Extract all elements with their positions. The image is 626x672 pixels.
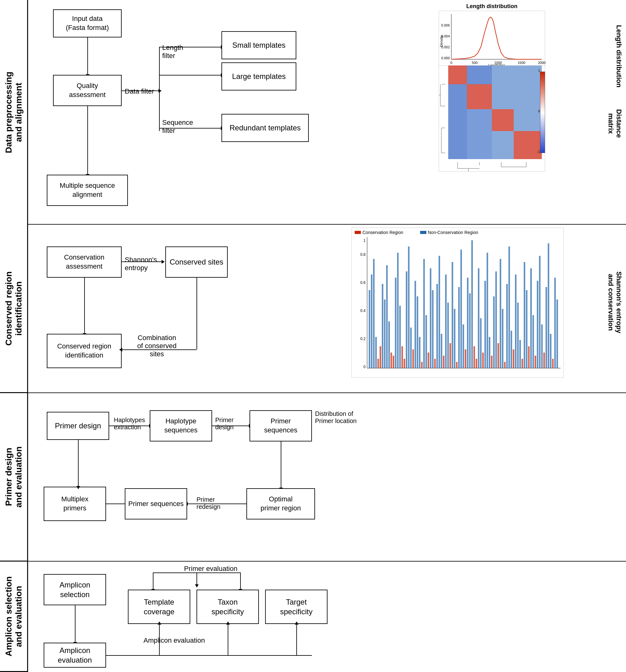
redundant-templates-box: Redundant templates <box>221 114 309 142</box>
svg-rect-113 <box>489 337 490 368</box>
svg-rect-91 <box>441 334 442 368</box>
svg-rect-22 <box>467 66 492 84</box>
svg-rect-121 <box>506 284 508 368</box>
svg-rect-109 <box>480 318 482 368</box>
entropy-side-label: Shannon's entropyand conservation <box>601 271 623 333</box>
svg-rect-83 <box>423 259 425 368</box>
entropy-chart-section: Conservation Region Non-Conservation Reg… <box>352 228 563 379</box>
svg-rect-134 <box>535 356 536 368</box>
svg-rect-69 <box>393 356 394 368</box>
section-labels: Data preprocessingand alignment Conserve… <box>0 0 28 672</box>
svg-rect-86 <box>430 268 431 368</box>
taxon-specificity-box: Taxonspecificity <box>196 590 259 624</box>
svg-rect-80 <box>417 296 418 368</box>
haplotypes-extraction-label: Haplotypesextraction <box>114 416 145 431</box>
svg-rect-71 <box>397 253 399 368</box>
arrow-qa-right <box>122 91 159 91</box>
svg-rect-110 <box>482 353 484 368</box>
svg-rect-94 <box>447 303 449 368</box>
svg-rect-120 <box>504 362 506 368</box>
svg-rect-116 <box>495 271 497 368</box>
svg-rect-65 <box>384 299 386 368</box>
svg-rect-59 <box>371 274 372 368</box>
conserved-sites-box: Conserved sites <box>165 246 228 278</box>
svg-rect-125 <box>515 274 516 368</box>
section-label-4: Amplicon selectionand evaluation <box>0 561 27 672</box>
primer-design-box: Primer design <box>47 412 109 440</box>
conservation-assessment-box: Conservationassessment <box>47 246 122 278</box>
arrow-pe-split <box>196 573 197 585</box>
svg-text:Non-Conservation Region: Non-Conservation Region <box>428 230 478 235</box>
shannons-entropy-label: Shannon'sentropy <box>125 256 157 272</box>
svg-text:0.4: 0.4 <box>360 309 365 313</box>
arrow-as-ae <box>75 605 75 643</box>
arrow-hs-ps <box>212 426 249 426</box>
svg-rect-85 <box>428 353 429 368</box>
main-container: Data preprocessingand alignment Conserve… <box>0 0 626 672</box>
svg-text:1: 1 <box>363 238 365 243</box>
svg-rect-133 <box>532 315 534 368</box>
distance-matrix-side-label: Distancematrix <box>604 109 623 138</box>
svg-rect-60 <box>373 259 375 368</box>
svg-rect-108 <box>478 268 479 368</box>
arrow-ae-right <box>106 655 312 656</box>
svg-rect-96 <box>452 262 453 368</box>
primer-sequences-2-box: Primer sequences <box>125 488 187 520</box>
svg-rect-77 <box>410 328 412 368</box>
svg-rect-126 <box>517 303 519 368</box>
svg-rect-74 <box>404 359 405 368</box>
svg-rect-101 <box>462 325 464 368</box>
svg-rect-104 <box>469 293 471 368</box>
data-filter-label: Data filter <box>125 87 154 95</box>
svg-rect-127 <box>519 340 521 368</box>
svg-rect-72 <box>399 306 401 368</box>
svg-rect-17 <box>448 66 467 84</box>
arrow-pd-haplotypes <box>109 426 150 426</box>
length-dist-section: Length distribution 0.000 0.002 0.004 0.… <box>439 3 545 68</box>
svg-rect-87 <box>432 290 434 368</box>
svg-text:500: 500 <box>472 61 478 65</box>
svg-rect-123 <box>511 331 512 368</box>
svg-rect-124 <box>513 350 514 368</box>
svg-rect-20 <box>514 131 542 159</box>
svg-rect-141 <box>550 334 551 368</box>
svg-rect-100 <box>460 249 462 368</box>
svg-rect-95 <box>450 343 451 368</box>
svg-rect-23 <box>467 109 492 159</box>
arrow-small-templates <box>159 47 221 47</box>
svg-rect-78 <box>412 350 414 368</box>
msa-box: Multiple sequencealignment <box>47 175 128 206</box>
entropy-chart: Conservation Region Non-Conservation Reg… <box>352 228 563 378</box>
svg-rect-0 <box>439 11 545 67</box>
input-data-box: Input data(Fasta format) <box>53 9 122 38</box>
arrow-ca-cri <box>84 278 85 334</box>
svg-rect-82 <box>421 362 423 368</box>
svg-rect-135 <box>537 281 538 368</box>
svg-text:-1: -1 <box>537 150 540 153</box>
arrow-cs-left <box>122 350 196 350</box>
svg-text:0: 0 <box>363 365 365 369</box>
arrow-qa-msa <box>87 106 88 175</box>
amplicon-selection-box: Ampliconselection <box>44 574 106 605</box>
primer-redesign-label: Primerredesign <box>196 496 220 510</box>
arrow-ps1-down <box>281 441 281 488</box>
svg-rect-61 <box>375 337 377 368</box>
svg-text:0: 0 <box>538 110 540 113</box>
section-4: Primer evaluation Ampliconselection <box>28 561 626 672</box>
svg-rect-88 <box>434 359 436 368</box>
haplotype-sequences-box: Haplotypesequences <box>150 410 212 441</box>
svg-text:1: 1 <box>538 69 540 72</box>
svg-rect-137 <box>541 325 543 368</box>
svg-text:Density: Density <box>439 35 443 47</box>
svg-rect-63 <box>380 346 381 368</box>
svg-rect-136 <box>539 256 540 368</box>
small-templates-box: Small templates <box>221 31 296 59</box>
svg-rect-128 <box>522 359 523 368</box>
svg-rect-25 <box>492 131 514 159</box>
section-1: Input data(Fasta format) Qualityassessme… <box>28 0 626 225</box>
svg-text:0: 0 <box>450 61 452 65</box>
svg-rect-103 <box>467 278 468 368</box>
arrow-ca-entropy <box>122 261 162 262</box>
length-dist-chart: 0.000 0.002 0.004 0.006 0 500 1000 1500 … <box>439 11 545 67</box>
svg-rect-66 <box>386 265 388 368</box>
